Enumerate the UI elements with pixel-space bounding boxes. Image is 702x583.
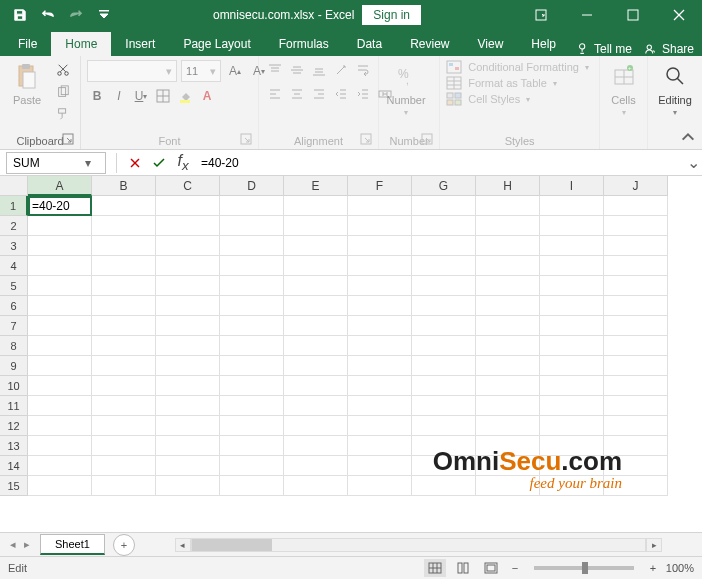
cell-styles-button[interactable]: Cell Styles▾: [446, 92, 589, 106]
enter-formula-button[interactable]: [147, 152, 171, 174]
zoom-in-button[interactable]: +: [646, 562, 660, 574]
cell[interactable]: [476, 256, 540, 276]
row-header[interactable]: 8: [0, 336, 28, 356]
align-bottom-button[interactable]: [309, 60, 329, 80]
cell[interactable]: [220, 236, 284, 256]
column-header[interactable]: I: [540, 176, 604, 196]
cell[interactable]: [156, 476, 220, 496]
paste-button[interactable]: Paste: [6, 60, 48, 106]
cell[interactable]: [348, 456, 412, 476]
cell[interactable]: [284, 356, 348, 376]
cell[interactable]: [540, 356, 604, 376]
cell[interactable]: [412, 376, 476, 396]
align-center-button[interactable]: [287, 84, 307, 104]
conditional-formatting-button[interactable]: Conditional Formatting▾: [446, 60, 589, 74]
cell[interactable]: [540, 336, 604, 356]
cell[interactable]: [540, 396, 604, 416]
zoom-slider[interactable]: [534, 566, 634, 570]
cell[interactable]: [604, 456, 668, 476]
row-header[interactable]: 15: [0, 476, 28, 496]
tab-file[interactable]: File: [4, 32, 51, 56]
cell[interactable]: [540, 416, 604, 436]
underline-button[interactable]: U▾: [131, 86, 151, 106]
increase-font-size-button[interactable]: A▴: [225, 61, 245, 81]
cell[interactable]: [156, 256, 220, 276]
column-header[interactable]: A: [28, 176, 92, 196]
cell[interactable]: [348, 476, 412, 496]
align-right-button[interactable]: [309, 84, 329, 104]
cell[interactable]: [476, 376, 540, 396]
row-header[interactable]: 14: [0, 456, 28, 476]
cell[interactable]: [220, 296, 284, 316]
tell-me-button[interactable]: Tell me: [576, 42, 632, 56]
column-header[interactable]: E: [284, 176, 348, 196]
cell[interactable]: [540, 216, 604, 236]
cell[interactable]: [540, 436, 604, 456]
cell[interactable]: [92, 316, 156, 336]
number-dialog-launcher[interactable]: [421, 133, 433, 145]
cell[interactable]: [604, 196, 668, 216]
cell[interactable]: [284, 196, 348, 216]
cell[interactable]: [28, 216, 92, 236]
cell[interactable]: [476, 296, 540, 316]
collapse-ribbon-button[interactable]: [680, 129, 696, 145]
cell[interactable]: [604, 276, 668, 296]
insert-function-button[interactable]: fx: [171, 152, 195, 174]
worksheet-grid[interactable]: ABCDEFGHIJ 123456789101112131415 =40-20 …: [0, 176, 702, 532]
cell[interactable]: [540, 456, 604, 476]
column-header[interactable]: D: [220, 176, 284, 196]
cell[interactable]: [604, 376, 668, 396]
cell[interactable]: [348, 356, 412, 376]
cell[interactable]: [92, 216, 156, 236]
cell[interactable]: [604, 296, 668, 316]
sheet-nav-next-button[interactable]: ▸: [24, 538, 30, 551]
save-button[interactable]: [8, 3, 32, 27]
cell[interactable]: [92, 396, 156, 416]
cell[interactable]: [156, 316, 220, 336]
cell[interactable]: [604, 356, 668, 376]
cell[interactable]: [284, 436, 348, 456]
cell[interactable]: [540, 296, 604, 316]
increase-indent-button[interactable]: [353, 84, 373, 104]
cell[interactable]: [28, 296, 92, 316]
column-header[interactable]: C: [156, 176, 220, 196]
cell[interactable]: [604, 396, 668, 416]
sheet-nav-prev-button[interactable]: ◂: [10, 538, 16, 551]
horizontal-scrollbar[interactable]: [191, 538, 646, 552]
cell[interactable]: [92, 236, 156, 256]
row-header[interactable]: 13: [0, 436, 28, 456]
cell[interactable]: [28, 316, 92, 336]
formula-input[interactable]: [195, 152, 684, 174]
row-header[interactable]: 4: [0, 256, 28, 276]
cell[interactable]: [348, 316, 412, 336]
row-header[interactable]: 12: [0, 416, 28, 436]
cell[interactable]: [220, 336, 284, 356]
share-button[interactable]: Share: [644, 42, 694, 56]
cell[interactable]: [604, 336, 668, 356]
cancel-formula-button[interactable]: [123, 152, 147, 174]
cell[interactable]: [604, 476, 668, 496]
cell[interactable]: [156, 456, 220, 476]
wrap-text-button[interactable]: [353, 60, 373, 80]
cell[interactable]: [540, 196, 604, 216]
cell[interactable]: [92, 336, 156, 356]
tab-view[interactable]: View: [464, 32, 518, 56]
cell[interactable]: [28, 276, 92, 296]
tab-data[interactable]: Data: [343, 32, 396, 56]
cell[interactable]: [540, 316, 604, 336]
cell[interactable]: [156, 336, 220, 356]
borders-button[interactable]: [153, 86, 173, 106]
cell[interactable]: [28, 356, 92, 376]
cell[interactable]: [348, 216, 412, 236]
font-dialog-launcher[interactable]: [240, 133, 252, 145]
font-name-combo[interactable]: ▾: [87, 60, 177, 82]
zoom-level[interactable]: 100%: [666, 562, 694, 574]
cell[interactable]: [284, 476, 348, 496]
cell[interactable]: [604, 436, 668, 456]
format-as-table-button[interactable]: Format as Table▾: [446, 76, 589, 90]
cell[interactable]: [284, 296, 348, 316]
align-left-button[interactable]: [265, 84, 285, 104]
align-middle-button[interactable]: [287, 60, 307, 80]
cell[interactable]: [540, 376, 604, 396]
cell[interactable]: [220, 416, 284, 436]
